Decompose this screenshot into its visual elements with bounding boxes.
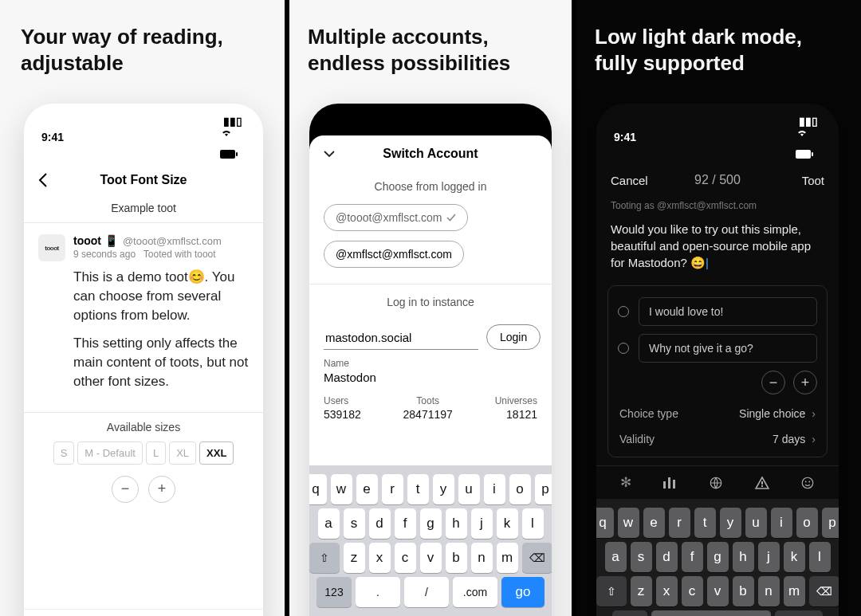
key-h[interactable]: h <box>446 508 467 539</box>
key-u[interactable]: u <box>458 474 480 504</box>
key-b[interactable]: b <box>446 543 467 573</box>
login-instance-label: Log in to instance <box>309 296 552 308</box>
choice-type-label: Choice type <box>619 407 678 420</box>
key-q[interactable]: q <box>309 474 327 504</box>
go-key[interactable]: go <box>501 577 545 607</box>
key-y[interactable]: y <box>433 474 454 504</box>
poll-option-2-radio[interactable] <box>618 343 629 354</box>
numbers-key[interactable]: 123 <box>612 610 647 616</box>
decrease-size-button[interactable]: − <box>112 476 139 503</box>
choice-type-row[interactable]: Choice type Single choice <box>618 401 817 426</box>
key-t[interactable]: t <box>694 508 716 538</box>
key-j[interactable]: j <box>471 508 493 539</box>
shift-key[interactable]: ⇧ <box>596 576 627 606</box>
key-m[interactable]: m <box>784 576 805 606</box>
poll-option-1-field[interactable]: I would love to! <box>639 297 817 326</box>
key-y[interactable]: y <box>720 508 741 538</box>
key-d[interactable]: d <box>369 508 391 539</box>
key-l[interactable]: l <box>522 508 544 539</box>
key-u[interactable]: u <box>745 508 767 538</box>
key-s[interactable]: s <box>344 508 365 539</box>
key-n[interactable]: n <box>471 543 493 573</box>
key-e[interactable]: e <box>643 508 665 538</box>
key-z[interactable]: z <box>631 576 652 606</box>
instance-input[interactable] <box>324 326 478 350</box>
choice-type-value: Single choice <box>739 407 816 420</box>
poll-option-1-radio[interactable] <box>618 306 629 317</box>
key-o[interactable]: o <box>796 508 818 538</box>
key-w[interactable]: w <box>618 508 639 538</box>
key-h[interactable]: h <box>733 542 754 572</box>
account-pill-2[interactable]: @xmflsct@xmflsct.com <box>324 241 464 268</box>
key-p[interactable]: p <box>535 474 552 504</box>
key-t[interactable]: t <box>407 474 429 504</box>
key-l[interactable]: l <box>809 542 831 572</box>
key-i[interactable]: i <box>771 508 792 538</box>
key-i[interactable]: i <box>484 474 505 504</box>
shift-key[interactable]: ⇧ <box>309 543 340 573</box>
space-key[interactable]: space <box>651 610 771 616</box>
tooting-as-label: Tooting as @xmflsct@xmflsct.com <box>596 197 839 218</box>
emoji-icon[interactable] <box>800 476 818 490</box>
poll-icon[interactable] <box>662 477 680 489</box>
svg-rect-5 <box>796 150 811 159</box>
key-b[interactable]: b <box>733 576 754 606</box>
cw-icon[interactable] <box>755 477 773 489</box>
key-k[interactable]: k <box>497 508 518 539</box>
compose-textarea[interactable]: Would you like to try out this simple, b… <box>596 218 839 281</box>
login-button[interactable]: Login <box>486 324 541 350</box>
key-d[interactable]: d <box>656 542 678 572</box>
cancel-button[interactable]: Cancel <box>611 174 659 187</box>
key-v[interactable]: v <box>707 576 729 606</box>
wifi-icon <box>220 128 246 137</box>
camera-icon[interactable]: ✻ <box>617 474 635 491</box>
back-button[interactable] <box>38 173 86 187</box>
key-j[interactable]: j <box>758 542 780 572</box>
key-r[interactable]: r <box>669 508 690 538</box>
key-v[interactable]: v <box>420 543 442 573</box>
numbers-key[interactable]: 123 <box>316 577 352 607</box>
key-g[interactable]: g <box>707 542 729 572</box>
toot-button[interactable]: Toot <box>776 174 824 187</box>
backspace-key[interactable]: ⌫ <box>809 576 839 606</box>
key-c[interactable]: c <box>682 576 703 606</box>
size-xl[interactable]: XL <box>169 441 196 465</box>
size-s[interactable]: S <box>53 441 75 465</box>
key-f[interactable]: f <box>682 542 703 572</box>
poll-option-2-field[interactable]: Why not give it a go? <box>639 334 817 363</box>
key-o[interactable]: o <box>509 474 531 504</box>
account-pill-1[interactable]: @tooot@xmflsct.com <box>324 204 468 231</box>
key-k[interactable]: k <box>784 542 805 572</box>
size-xxl[interactable]: XXL <box>199 441 234 465</box>
key-q[interactable]: q <box>596 508 614 538</box>
visibility-icon[interactable] <box>709 476 726 490</box>
key-z[interactable]: z <box>344 543 365 573</box>
remove-option-button[interactable]: − <box>761 371 785 394</box>
key-a[interactable]: a <box>318 508 340 539</box>
validity-row[interactable]: Validity 7 days <box>618 426 817 452</box>
increase-size-button[interactable]: + <box>148 476 175 503</box>
size-l[interactable]: L <box>146 441 166 465</box>
key-x[interactable]: x <box>369 543 391 573</box>
return-key[interactable]: return <box>775 610 823 616</box>
dotcom-key[interactable]: .com <box>453 577 497 607</box>
key-n[interactable]: n <box>758 576 780 606</box>
key-r[interactable]: r <box>382 474 403 504</box>
key-a[interactable]: a <box>605 542 627 572</box>
key-c[interactable]: c <box>395 543 416 573</box>
slash-key[interactable]: / <box>404 577 449 607</box>
keyboard-light: qwertyuiop asdfghjkl ⇧ zxcvbnm ⌫ 123 . /… <box>309 465 552 616</box>
backspace-key[interactable]: ⌫ <box>522 543 552 573</box>
size-m[interactable]: M - Default <box>77 441 143 465</box>
add-option-button[interactable]: + <box>793 371 817 394</box>
key-m[interactable]: m <box>497 543 518 573</box>
key-p[interactable]: p <box>822 508 839 538</box>
key-w[interactable]: w <box>331 474 352 504</box>
key-s[interactable]: s <box>631 542 652 572</box>
key-g[interactable]: g <box>420 508 442 539</box>
key-f[interactable]: f <box>395 508 416 539</box>
key-e[interactable]: e <box>356 474 378 504</box>
dot-key[interactable]: . <box>356 577 400 607</box>
panel1-heading: Your way of reading, adjustable <box>0 0 287 90</box>
key-x[interactable]: x <box>656 576 678 606</box>
